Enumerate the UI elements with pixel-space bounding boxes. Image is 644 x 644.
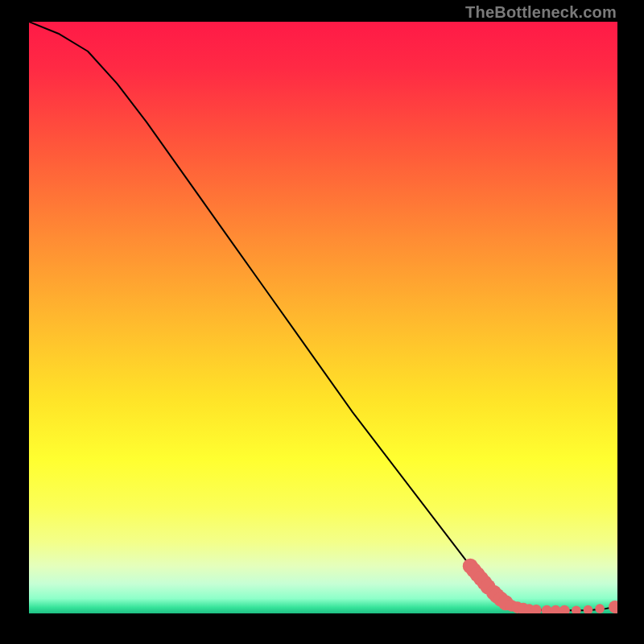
- highlight-point: [595, 604, 605, 613]
- highlight-point: [609, 601, 617, 613]
- highlight-point: [572, 605, 581, 613]
- plot-area: [29, 22, 617, 613]
- attribution-text: TheBottleneck.com: [465, 3, 617, 22]
- highlight-point: [559, 605, 570, 613]
- chart-stage: TheBottleneck.com: [0, 0, 644, 644]
- highlight-points: [463, 559, 617, 613]
- chart-svg: [29, 22, 617, 613]
- bottleneck-curve: [29, 22, 617, 610]
- highlight-point: [584, 605, 593, 613]
